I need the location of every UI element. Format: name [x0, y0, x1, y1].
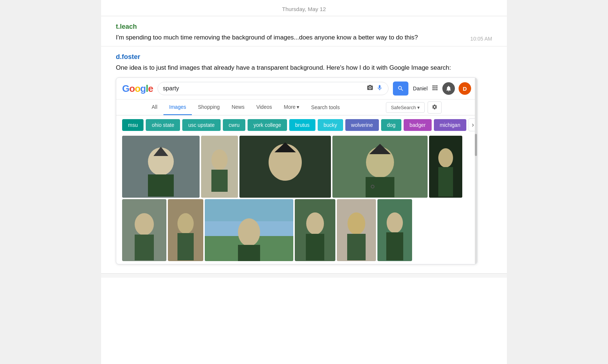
timestamp-tleach: 10:05 AM [470, 36, 492, 42]
svg-rect-33 [347, 234, 366, 260]
svg-rect-13 [366, 177, 394, 197]
chip-usc-upstate[interactable]: usc upstate [182, 119, 221, 131]
svg-point-29 [306, 212, 324, 235]
search-button[interactable] [393, 82, 408, 96]
svg-rect-2 [148, 174, 174, 197]
chip-cwru[interactable]: cwru [223, 119, 246, 131]
message-text-dfoster: One idea is to just find images that alr… [116, 63, 492, 73]
settings-button[interactable] [428, 101, 442, 114]
page-wrapper: Thursday, May 12 t.leach I'm spending to… [101, 0, 507, 364]
svg-point-15 [438, 148, 453, 167]
message-text-tleach: I'm spending too much time removing the … [116, 33, 492, 42]
google-nav: All Images Shopping News Videos More ▾ S… [116, 100, 477, 115]
svg-point-26 [238, 218, 260, 246]
chip-dog[interactable]: dog [381, 119, 401, 131]
image-row-1 [116, 134, 477, 198]
svg-rect-22 [177, 233, 194, 260]
safe-search-button[interactable]: SafeSearch ▾ [386, 102, 425, 113]
svg-point-35 [387, 212, 403, 233]
svg-point-18 [135, 213, 154, 235]
image-11[interactable] [377, 199, 412, 261]
bottom-bar [101, 273, 507, 278]
chip-msu[interactable]: msu [122, 119, 144, 131]
chip-michigan[interactable]: michigan [434, 119, 466, 131]
image-7[interactable] [168, 199, 203, 261]
image-3[interactable] [239, 136, 331, 198]
svg-rect-16 [438, 167, 453, 197]
scroll-indicator[interactable] [475, 78, 477, 264]
image-row-2 [116, 198, 477, 264]
username-dfoster: d.foster [116, 53, 492, 61]
scroll-thumb[interactable] [475, 134, 477, 156]
image-5[interactable] [429, 136, 462, 198]
svg-rect-30 [306, 234, 324, 260]
more-chevron-icon: ▾ [297, 104, 299, 110]
tab-shopping[interactable]: Shopping [192, 100, 225, 115]
svg-point-21 [177, 213, 194, 234]
image-6[interactable] [122, 199, 166, 261]
nav-right: SafeSearch ▾ [386, 101, 448, 114]
svg-rect-27 [238, 245, 260, 261]
image-2[interactable] [201, 136, 238, 198]
chip-brutus[interactable]: brutus [289, 119, 315, 131]
notifications-icon[interactable] [442, 82, 455, 95]
google-logo: Google [122, 84, 153, 93]
apps-icon[interactable] [431, 84, 439, 93]
chips-bar: msu ohio state usc upstate cwru york col… [116, 115, 477, 134]
google-embed: Google sparty D [116, 77, 477, 264]
google-header: Google sparty D [116, 78, 477, 100]
header-right: Daniel D [413, 82, 471, 95]
chip-bucky[interactable]: bucky [318, 119, 343, 131]
tab-search-tools[interactable]: Search tools [305, 100, 346, 115]
image-9[interactable] [295, 199, 335, 261]
date-header: Thursday, May 12 [101, 0, 507, 16]
date-text: Thursday, May 12 [282, 6, 326, 12]
svg-point-32 [348, 212, 365, 235]
message-dfoster: d.foster One idea is to just find images… [101, 46, 507, 274]
tab-videos[interactable]: Videos [251, 100, 278, 115]
svg-rect-36 [386, 232, 403, 260]
search-input[interactable]: sparty [163, 85, 364, 92]
mic-icon[interactable] [376, 84, 383, 93]
image-8[interactable] [205, 199, 293, 261]
image-10[interactable] [337, 199, 376, 261]
search-bar[interactable]: sparty [158, 82, 389, 95]
chip-badger[interactable]: badger [404, 119, 432, 131]
username-tleach: t.leach [116, 23, 492, 31]
image-4[interactable] [332, 136, 428, 198]
svg-rect-19 [135, 235, 154, 260]
image-group-right [332, 136, 428, 198]
message-tleach: t.leach I'm spending too much time remov… [101, 16, 507, 46]
image-1[interactable] [122, 136, 200, 198]
tab-more[interactable]: More ▾ [278, 100, 305, 115]
tab-news[interactable]: News [226, 100, 251, 115]
camera-icon[interactable] [367, 84, 373, 93]
chip-wolverine[interactable]: wolverine [345, 119, 379, 131]
cursor [371, 185, 374, 188]
svg-point-5 [211, 149, 228, 170]
chip-york-college[interactable]: york college [248, 119, 287, 131]
tab-images[interactable]: Images [163, 100, 192, 115]
user-avatar[interactable]: D [459, 82, 471, 95]
svg-rect-6 [211, 170, 228, 192]
header-username: Daniel [413, 86, 428, 91]
tab-all[interactable]: All [146, 100, 163, 115]
chip-ohio-state[interactable]: ohio state [146, 119, 180, 131]
